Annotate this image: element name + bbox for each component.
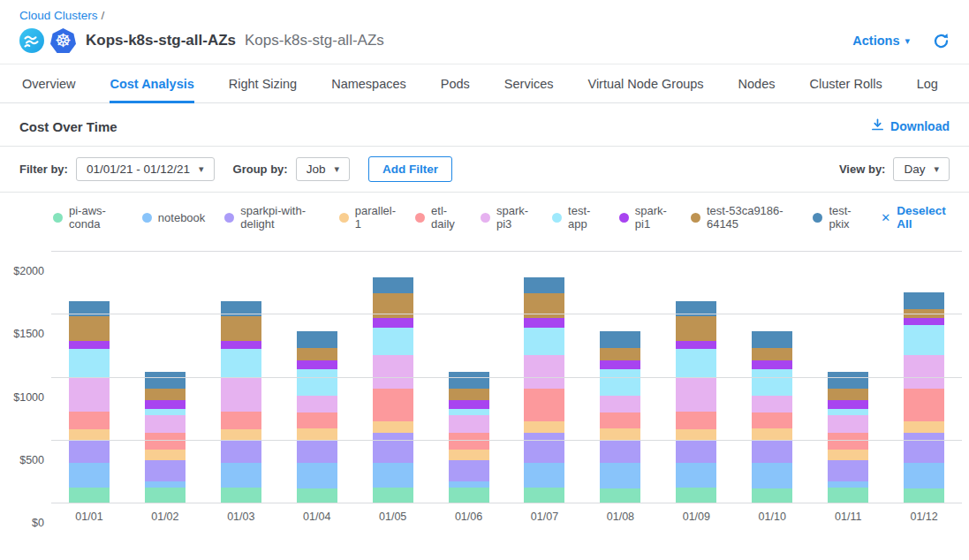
bar-segment-test-pkix[interactable] (449, 372, 489, 389)
bar-segment-test-app[interactable] (904, 325, 944, 354)
stacked-bar-01/10[interactable] (752, 331, 792, 503)
bar-segment-test-app[interactable] (297, 369, 337, 396)
bar-segment-test-53ca9186-64145[interactable] (449, 389, 489, 401)
stacked-bar-01/05[interactable] (373, 277, 413, 503)
legend-item-parallel-1[interactable]: parallel-1 (339, 204, 396, 231)
bar-segment-etl-daily[interactable] (828, 433, 868, 450)
bar-segment-test-app[interactable] (145, 409, 185, 415)
stacked-bar-01/04[interactable] (297, 331, 337, 503)
bar-segment-pi-aws-conda[interactable] (449, 488, 489, 503)
bar-segment-sparkpi-with-delight[interactable] (373, 433, 413, 463)
bar-segment-spark-pi1[interactable] (221, 341, 261, 350)
bar-segment-etl-daily[interactable] (145, 433, 185, 450)
legend-item-pi-aws-conda[interactable]: pi-aws-conda (53, 204, 123, 231)
bar-segment-parallel-1[interactable] (828, 450, 868, 460)
bar-segment-notebook[interactable] (904, 463, 944, 488)
bar-segment-parallel-1[interactable] (904, 421, 944, 434)
bar-segment-test-app[interactable] (221, 349, 261, 378)
bar-segment-pi-aws-conda[interactable] (600, 488, 640, 503)
bar-segment-test-pkix[interactable] (904, 292, 944, 309)
bar-segment-spark-pi1[interactable] (297, 360, 337, 369)
bar-segment-spark-pi1[interactable] (752, 360, 792, 369)
bar-segment-spark-pi3[interactable] (904, 355, 944, 389)
bar-segment-sparkpi-with-delight[interactable] (69, 441, 110, 463)
bar-segment-spark-pi3[interactable] (828, 415, 868, 432)
bar-segment-test-app[interactable] (449, 409, 489, 415)
tab-services[interactable]: Services (504, 77, 554, 102)
bar-segment-etl-daily[interactable] (904, 389, 944, 420)
bar-segment-parallel-1[interactable] (297, 428, 337, 441)
bar-segment-test-app[interactable] (676, 349, 716, 378)
bar-segment-test-app[interactable] (69, 349, 110, 378)
bar-segment-spark-pi3[interactable] (449, 415, 489, 432)
bar-segment-test-pkix[interactable] (752, 331, 792, 348)
bar-segment-parallel-1[interactable] (600, 428, 640, 441)
legend-item-spark-pi1[interactable]: spark-pi1 (619, 204, 671, 231)
bar-segment-notebook[interactable] (752, 463, 792, 488)
bar-segment-parallel-1[interactable] (752, 428, 792, 441)
bar-segment-etl-daily[interactable] (600, 412, 640, 429)
bar-segment-test-pkix[interactable] (600, 331, 640, 348)
bar-segment-spark-pi1[interactable] (676, 341, 716, 350)
bar-segment-sparkpi-with-delight[interactable] (297, 441, 337, 464)
download-button[interactable]: Download (871, 118, 950, 134)
bar-segment-test-app[interactable] (600, 369, 640, 396)
bar-segment-sparkpi-with-delight[interactable] (145, 460, 185, 481)
bar-segment-spark-pi1[interactable] (904, 318, 944, 326)
bar-segment-test-53ca9186-64145[interactable] (676, 316, 716, 341)
bar-segment-etl-daily[interactable] (373, 389, 413, 420)
bar-segment-test-app[interactable] (524, 328, 564, 355)
bar-segment-pi-aws-conda[interactable] (904, 488, 944, 503)
tab-pods[interactable]: Pods (441, 77, 470, 102)
add-filter-button[interactable]: Add Filter (368, 156, 452, 182)
actions-button[interactable]: Actions▾ (852, 34, 910, 48)
bar-segment-test-pkix[interactable] (524, 277, 564, 294)
bar-segment-spark-pi1[interactable] (373, 318, 413, 328)
tab-nodes[interactable]: Nodes (738, 77, 776, 102)
breadcrumb-link-cloud-clusters[interactable]: Cloud Clusters (19, 9, 98, 22)
legend-item-test-53ca9186-64145[interactable]: test-53ca9186-64145 (691, 204, 793, 231)
bar-segment-pi-aws-conda[interactable] (676, 488, 716, 503)
legend-item-sparkpi-with-delight[interactable]: sparkpi-with-delight (224, 204, 320, 231)
bar-segment-test-53ca9186-64145[interactable] (69, 316, 110, 341)
bar-segment-sparkpi-with-delight[interactable] (676, 441, 716, 463)
bar-segment-spark-pi3[interactable] (524, 355, 564, 389)
bar-segment-spark-pi1[interactable] (145, 400, 185, 409)
bar-segment-spark-pi1[interactable] (69, 341, 110, 350)
tab-log[interactable]: Log (917, 77, 938, 102)
bar-segment-sparkpi-with-delight[interactable] (600, 441, 640, 464)
bar-segment-spark-pi3[interactable] (600, 396, 640, 412)
bar-segment-pi-aws-conda[interactable] (373, 488, 413, 503)
stacked-bar-01/09[interactable] (676, 301, 716, 503)
bar-segment-sparkpi-with-delight[interactable] (752, 441, 792, 464)
bar-segment-sparkpi-with-delight[interactable] (524, 433, 564, 463)
tab-right-sizing[interactable]: Right Sizing (229, 77, 297, 102)
bar-segment-notebook[interactable] (221, 463, 261, 488)
bar-segment-pi-aws-conda[interactable] (752, 488, 792, 503)
legend-item-test-app[interactable]: test-app (552, 204, 600, 231)
bar-segment-notebook[interactable] (145, 481, 185, 488)
bar-segment-sparkpi-with-delight[interactable] (449, 460, 489, 481)
bar-segment-test-53ca9186-64145[interactable] (221, 316, 261, 341)
bar-segment-etl-daily[interactable] (752, 412, 792, 429)
bar-segment-pi-aws-conda[interactable] (221, 488, 261, 503)
stacked-bar-01/02[interactable] (145, 372, 185, 503)
bar-segment-spark-pi3[interactable] (373, 355, 413, 389)
stacked-bar-01/07[interactable] (524, 277, 564, 503)
bar-segment-spark-pi3[interactable] (676, 378, 716, 412)
bar-segment-etl-daily[interactable] (69, 412, 110, 429)
bar-segment-pi-aws-conda[interactable] (297, 488, 337, 503)
bar-segment-test-app[interactable] (373, 328, 413, 355)
bar-segment-spark-pi3[interactable] (221, 378, 261, 412)
tab-overview[interactable]: Overview (22, 77, 75, 102)
bar-segment-sparkpi-with-delight[interactable] (221, 441, 261, 463)
bar-segment-spark-pi1[interactable] (524, 318, 564, 328)
bar-segment-test-pkix[interactable] (828, 372, 868, 389)
bar-segment-spark-pi1[interactable] (828, 400, 868, 409)
bar-segment-sparkpi-with-delight[interactable] (904, 433, 944, 462)
stacked-bar-01/01[interactable] (69, 301, 110, 503)
bar-segment-pi-aws-conda[interactable] (524, 488, 564, 503)
tab-cost-analysis[interactable]: Cost Analysis (110, 77, 193, 103)
bar-segment-test-53ca9186-64145[interactable] (297, 348, 337, 360)
refresh-icon[interactable] (933, 33, 950, 49)
